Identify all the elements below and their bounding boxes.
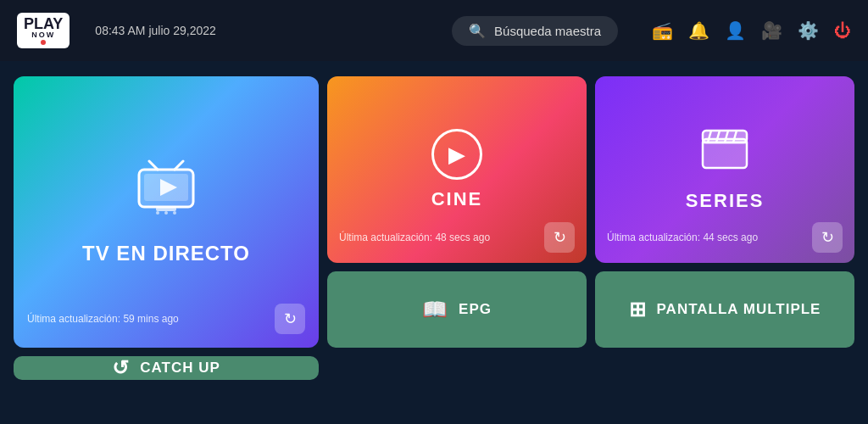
- svg-point-6: [156, 211, 159, 215]
- series-clapboard-icon: [699, 127, 750, 181]
- card-catchup[interactable]: ↺ CATCH UP: [14, 356, 319, 380]
- tv-refresh-button[interactable]: ↻: [275, 304, 305, 334]
- tv-update-text: Última actualización: 59 mins ago: [27, 313, 179, 325]
- series-title: SERIES: [686, 190, 765, 212]
- card-tv-directo[interactable]: TV EN DIRECTO Última actualización: 59 m…: [14, 76, 319, 348]
- pantalla-label: PANTALLA MULTIPLE: [657, 301, 821, 318]
- datetime-display: 08:43 AM julio 29,2022: [95, 24, 435, 37]
- header: PLAY NOW 08:43 AM julio 29,2022 🔍 Búsque…: [0, 0, 868, 61]
- epg-icon: 📖: [422, 298, 448, 321]
- card-pantalla-multiple[interactable]: ⊞ PANTALLA MULTIPLE: [595, 271, 854, 348]
- bell-icon[interactable]: 🔔: [688, 20, 709, 41]
- radio-icon[interactable]: 📻: [652, 20, 673, 41]
- card-epg[interactable]: 📖 EPG: [327, 271, 587, 348]
- svg-rect-5: [156, 207, 176, 211]
- logo-dot: [41, 40, 46, 45]
- logo[interactable]: PLAY NOW: [17, 13, 70, 48]
- svg-point-7: [164, 211, 168, 215]
- svg-point-8: [173, 211, 176, 215]
- catchup-icon: ↺: [112, 356, 130, 380]
- cine-update-text: Última actualización: 48 secs ago: [339, 232, 490, 243]
- search-icon: 🔍: [469, 23, 486, 39]
- tv-update-footer: Última actualización: 59 mins ago ↻: [27, 304, 305, 334]
- logo-play-text: PLAY: [24, 16, 63, 31]
- tv-icon: [132, 159, 200, 228]
- cine-refresh-button[interactable]: ↻: [544, 222, 575, 253]
- power-icon[interactable]: ⏻: [834, 21, 851, 41]
- search-label: Búsqueda maestra: [494, 24, 601, 38]
- cine-title: CINE: [431, 188, 483, 210]
- series-update-text: Última actualización: 44 secs ago: [607, 232, 758, 243]
- search-bar[interactable]: 🔍 Búsqueda maestra: [452, 16, 618, 46]
- series-update-footer: Última actualización: 44 secs ago ↻: [607, 222, 843, 253]
- record-icon[interactable]: 🎥: [761, 20, 782, 41]
- pantalla-icon: ⊞: [629, 298, 647, 321]
- settings-icon[interactable]: ⚙️: [798, 20, 819, 41]
- card-cine[interactable]: ▶ CINE Última actualización: 48 secs ago…: [327, 76, 587, 263]
- cine-play-icon: ▶: [431, 129, 482, 180]
- card-series[interactable]: SERIES Última actualización: 44 secs ago…: [595, 76, 854, 263]
- epg-label: EPG: [459, 301, 492, 318]
- main-grid: TV EN DIRECTO Última actualización: 59 m…: [0, 61, 868, 395]
- header-icons: 📻 🔔 👤 🎥 ⚙️ ⏻: [652, 20, 851, 41]
- series-refresh-button[interactable]: ↻: [812, 222, 843, 253]
- logo-now-text: NOW: [31, 31, 55, 39]
- catchup-label: CATCH UP: [140, 360, 220, 377]
- tv-directo-title: TV EN DIRECTO: [82, 242, 250, 265]
- cine-update-footer: Última actualización: 48 secs ago ↻: [339, 222, 575, 253]
- user-icon[interactable]: 👤: [725, 20, 746, 41]
